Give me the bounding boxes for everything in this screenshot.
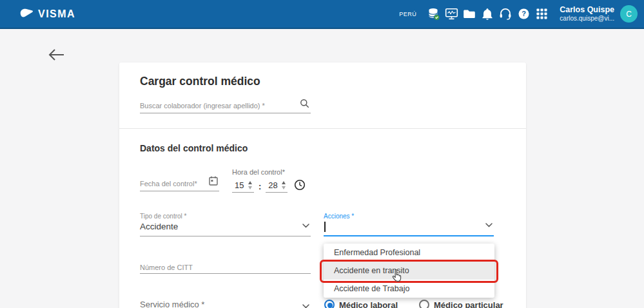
headset-icon[interactable] (497, 6, 514, 23)
acciones-label: Acciones * (324, 213, 494, 220)
user-name: Carlos Quispe (560, 5, 614, 15)
clock-icon[interactable] (294, 179, 306, 193)
minute-down-icon[interactable] (282, 186, 286, 189)
avatar[interactable]: C (620, 5, 638, 23)
apps-grid-icon[interactable] (533, 6, 550, 23)
acciones-dropdown: Enfermedad Profesional Accidente en tran… (324, 244, 494, 298)
hour-value: 15 (235, 180, 246, 190)
chevron-down-icon[interactable] (302, 300, 309, 308)
fecha-control-input[interactable]: Fecha del control* (140, 177, 219, 191)
database-check-icon[interactable] (425, 6, 442, 23)
servicio-medico-select[interactable]: Servicio médico * (140, 296, 311, 308)
help-icon[interactable]: ? (515, 6, 532, 23)
page-title: Cargar control médico (140, 75, 260, 88)
user-menu[interactable]: Carlos Quispe carlos.quispe@vi... (560, 5, 614, 23)
visma-swoosh-icon (19, 8, 34, 20)
brand-logo[interactable]: VISMA (19, 0, 75, 28)
servicio-label: Servicio médico * (140, 300, 311, 308)
monitor-icon[interactable] (443, 6, 460, 23)
tipo-label: Tipo de control * (140, 213, 311, 220)
search-placeholder: Buscar colaborador (ingresar apellido) * (140, 102, 265, 110)
screen: VISMA PERÚ (0, 0, 644, 308)
citt-label: Número de CITT (140, 264, 193, 271)
search-icon[interactable] (300, 99, 309, 111)
user-email: carlos.quispe@vi... (560, 15, 614, 23)
chevron-down-icon[interactable] (302, 219, 309, 231)
section-divider (119, 128, 526, 129)
bell-icon[interactable] (479, 6, 496, 23)
dropdown-option-accidente-en-transito[interactable]: Accidente en transito (324, 262, 494, 280)
tipo-control-select[interactable]: Tipo de control * Accidente (140, 213, 311, 236)
hour-down-icon[interactable] (248, 186, 252, 189)
time-separator: : (259, 182, 261, 191)
radio-medico-particular[interactable]: Médico particular (419, 300, 503, 308)
hora-control-group: Hora del control* 15 : 28 (232, 168, 306, 193)
nav-right: PERÚ (399, 0, 638, 28)
back-button[interactable] (46, 48, 66, 63)
search-collaborator-input[interactable]: Buscar colaborador (ingresar apellido) * (140, 99, 311, 113)
citt-input[interactable]: Número de CITT (140, 261, 311, 274)
calendar-icon[interactable] (209, 176, 218, 188)
section-title: Datos del control médico (140, 143, 248, 153)
hour-stepper[interactable]: 15 (232, 180, 254, 193)
back-arrow-icon (47, 54, 65, 64)
acciones-select[interactable]: Acciones * (324, 213, 494, 236)
brand-text: VISMA (38, 8, 75, 20)
minute-value: 28 (268, 180, 279, 190)
minute-up-icon[interactable] (282, 181, 286, 184)
medico-radio-group: Médico laboral Médico particular (324, 300, 503, 308)
minute-stepper[interactable]: 28 (266, 180, 288, 193)
top-nav: VISMA PERÚ (0, 0, 644, 29)
radio-medico-laboral[interactable]: Médico laboral (324, 300, 398, 308)
dropdown-option-accidente-de-trabajo[interactable]: Accidente de Trabajo (324, 280, 494, 298)
text-caret (324, 222, 326, 232)
svg-text:?: ? (522, 10, 526, 17)
country-label: PERÚ (399, 11, 416, 17)
fecha-label: Fecha del control* (140, 180, 197, 188)
folder-icon[interactable] (461, 6, 478, 23)
tipo-value: Accidente (140, 222, 311, 231)
dropdown-option-enfermedad-profesional[interactable]: Enfermedad Profesional (324, 244, 494, 262)
radio-unselected-icon[interactable] (419, 300, 429, 308)
hour-up-icon[interactable] (248, 181, 252, 184)
radio-selected-icon[interactable] (324, 300, 335, 308)
chevron-down-icon[interactable] (485, 218, 493, 230)
hora-label: Hora del control* (232, 168, 306, 176)
